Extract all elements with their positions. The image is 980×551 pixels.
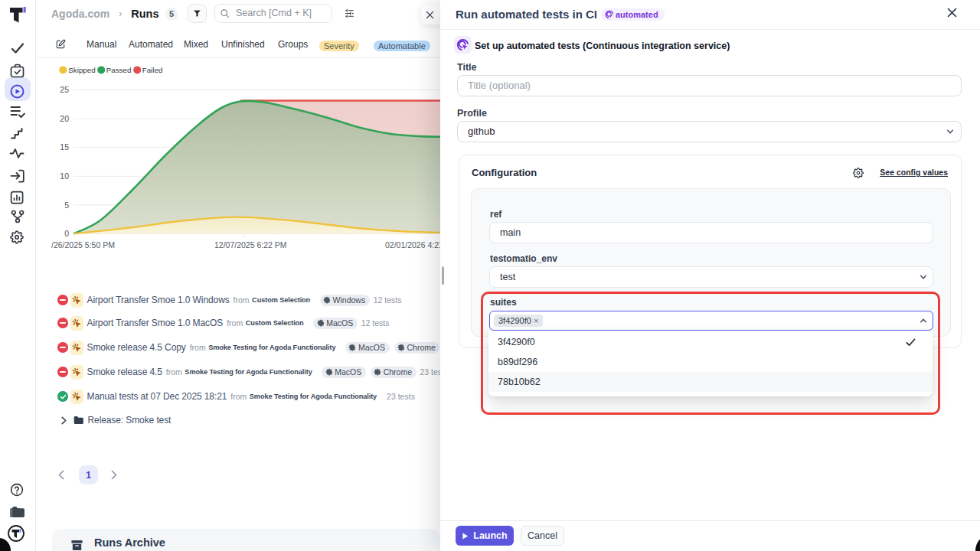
svg-text:0: 0 [64,229,69,238]
svg-text:Failed: Failed [142,66,163,74]
svg-text:25: 25 [60,85,69,94]
svg-text:20: 20 [60,114,69,123]
svg-text:Passed: Passed [106,66,132,74]
svg-text:5: 5 [64,201,69,210]
svg-text:10: 10 [60,171,69,181]
svg-text:Skipped: Skipped [68,66,95,74]
svg-text:15: 15 [60,142,69,152]
